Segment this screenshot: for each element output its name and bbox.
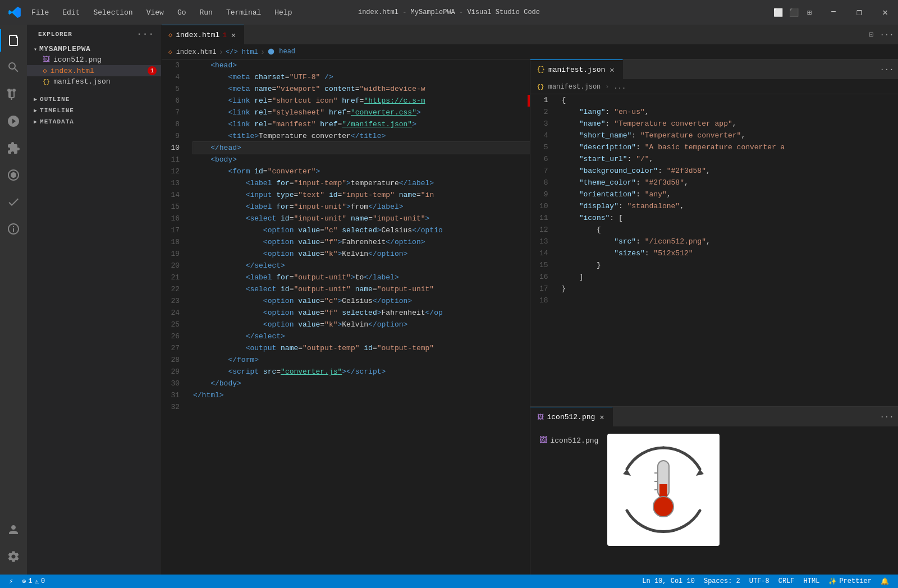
jcode-8: "theme_color": "#2f3d58", xyxy=(562,177,899,189)
sidebar-file-icon512[interactable]: 🖼 icon512.png xyxy=(27,54,161,65)
encoding-text: UTF-8 xyxy=(749,577,769,585)
code-ln-28: </form> xyxy=(193,354,530,366)
restore-button[interactable]: ❒ xyxy=(846,0,872,25)
activity-extensions2[interactable] xyxy=(0,215,27,242)
status-encoding[interactable]: UTF-8 xyxy=(745,575,774,588)
ln-19: 19 xyxy=(162,248,184,260)
tab-indexhtml[interactable]: ◇ index.html 1 ✕ xyxy=(162,25,244,44)
status-errors[interactable]: ⊗ 1 ⚠ 0 xyxy=(17,575,49,588)
code-ln-23: <option value="c">Celsius</option> xyxy=(193,295,530,307)
status-line-col[interactable]: Ln 10, Col 10 xyxy=(638,575,699,588)
right-tabs: {} manifest.json ✕ ··· xyxy=(530,59,899,80)
rb-json-icon: {} xyxy=(537,84,544,90)
activity-settings[interactable] xyxy=(0,543,27,570)
code-ln-16: <select id="input-unit" name="input-unit… xyxy=(193,213,530,224)
file-tree: ▾ MYSAMPLEPWA 🖼 icon512.png ◇ index.html… xyxy=(27,44,161,87)
code-ln-25: <option value="k">Kelvin</option> xyxy=(193,319,530,330)
activity-source-control[interactable] xyxy=(0,81,27,108)
breadcrumb-head[interactable]: head xyxy=(267,48,295,56)
jln-12: 12 xyxy=(530,224,553,236)
menu-bar: File Edit Selection View Go Run Terminal… xyxy=(25,0,299,25)
status-remote[interactable]: ⚡ xyxy=(4,575,17,588)
menu-file[interactable]: File xyxy=(25,0,56,25)
icon512-tab-label: icon512.png xyxy=(547,413,595,421)
sidebar-more-icon[interactable]: ··· xyxy=(136,29,154,39)
tab-icon512[interactable]: 🖼 icon512.png ✕ xyxy=(530,407,613,426)
breadcrumb-html[interactable]: </> html xyxy=(226,48,258,56)
editor-panels: 3 4 5 6 7 8 9 10 11 12 13 14 15 16 xyxy=(162,59,898,575)
menu-selection[interactable]: Selection xyxy=(86,0,139,25)
json-code-content[interactable]: { "lang": "en-us", "name": "Temperature … xyxy=(557,94,899,406)
ln-15: 15 xyxy=(162,201,184,213)
tab-close-indexhtml[interactable]: ✕ xyxy=(230,30,237,40)
activity-accounts[interactable] xyxy=(0,516,27,543)
layout-sidebar-icon[interactable]: ⬜ xyxy=(771,6,785,19)
folder-name: MYSAMPLEPWA xyxy=(39,45,90,53)
breadcrumb-sep2: › xyxy=(260,48,265,57)
tab-actions: ⊡ ··· xyxy=(860,25,898,44)
ln-24: 24 xyxy=(162,307,184,319)
status-spaces[interactable]: Spaces: 2 xyxy=(699,575,745,588)
vscode-logo-icon xyxy=(4,0,25,25)
menu-edit[interactable]: Edit xyxy=(56,0,86,25)
tab-close-icon512[interactable]: ✕ xyxy=(598,412,605,422)
activity-testing[interactable] xyxy=(0,189,27,215)
code-editor-indexhtml[interactable]: 3 4 5 6 7 8 9 10 11 12 13 14 15 16 xyxy=(162,59,530,575)
code-ln-11: <body> xyxy=(193,154,530,166)
jln-1: 1 xyxy=(530,94,553,106)
ln-10: 10 xyxy=(162,142,184,154)
close-button[interactable]: ✕ xyxy=(872,0,898,25)
right-more-button[interactable]: ··· xyxy=(880,63,894,76)
tab-indexhtml-label: index.html xyxy=(176,31,219,39)
minimize-button[interactable]: − xyxy=(821,0,846,25)
activity-remote[interactable] xyxy=(0,162,27,189)
tab-more-button[interactable]: ··· xyxy=(880,28,894,42)
layout-grid-icon[interactable]: ⊞ xyxy=(803,6,816,19)
code-ln-5: <meta name="viewport" content="width=dev… xyxy=(193,83,530,95)
status-language[interactable]: HTML xyxy=(799,575,824,588)
right-breadcrumb: {} manifest.json › ... xyxy=(530,80,899,94)
right-tab-actions: ··· xyxy=(876,59,898,79)
ln-13: 13 xyxy=(162,177,184,189)
jln-4: 4 xyxy=(530,130,553,141)
jln-14: 14 xyxy=(530,247,553,259)
sidebar-filename-indexhtml: index.html xyxy=(51,67,94,75)
code-ln-12: <form id="converter"> xyxy=(193,166,530,177)
sidebar-file-indexhtml[interactable]: ◇ index.html 1 xyxy=(27,65,161,76)
menu-run[interactable]: Run xyxy=(193,0,219,25)
status-notifications[interactable]: 🔔 xyxy=(876,575,894,588)
manifest-tab-icon: {} xyxy=(537,66,545,74)
code-content-indexhtml[interactable]: <head> <meta charset="UTF-8" /> <meta na… xyxy=(189,59,530,575)
sidebar-file-manifestjson[interactable]: {} manifest.json xyxy=(27,76,161,87)
sidebar-outline-header[interactable]: ▶ OUTLINE xyxy=(27,94,161,105)
menu-terminal[interactable]: Terminal xyxy=(219,0,268,25)
activity-explorer[interactable] xyxy=(0,27,27,54)
tab-close-manifest[interactable]: ✕ xyxy=(608,65,615,75)
svg-point-5 xyxy=(653,497,674,517)
sidebar-metadata-header[interactable]: ▶ METADATA xyxy=(27,116,161,127)
remote-icon: ⚡ xyxy=(9,577,13,586)
menu-help[interactable]: Help xyxy=(268,0,299,25)
status-prettier[interactable]: ✨ Prettier xyxy=(824,575,876,588)
menu-view[interactable]: View xyxy=(140,0,171,25)
icon-info: 🖼 icon512.png xyxy=(539,434,599,445)
code-ln-6: <link rel="shortcut icon" href="https://… xyxy=(193,95,530,107)
jcode-6: "start_url": "/", xyxy=(562,153,899,165)
activity-bar xyxy=(0,25,27,575)
bottom-more-button[interactable]: ··· xyxy=(880,410,894,424)
sidebar-folder-mysamplepwa[interactable]: ▾ MYSAMPLEPWA xyxy=(27,44,161,54)
activity-search[interactable] xyxy=(0,54,27,81)
sidebar-timeline-header[interactable]: ▶ TIMELINE xyxy=(27,105,161,116)
code-editor-manifest[interactable]: 1 2 3 4 5 6 7 8 9 10 11 xyxy=(530,94,899,406)
breadcrumb-file[interactable]: index.html xyxy=(176,48,217,56)
layout-split-icon[interactable]: ⬛ xyxy=(787,6,800,19)
activity-run-debug[interactable] xyxy=(0,108,27,135)
menu-go[interactable]: Go xyxy=(171,0,193,25)
activity-bottom xyxy=(0,516,27,570)
code-ln-19: <option value="k">Kelvin</option> xyxy=(193,248,530,260)
activity-extensions[interactable] xyxy=(0,135,27,162)
status-line-ending[interactable]: CRLF xyxy=(774,575,799,588)
title-bar-left: File Edit Selection View Go Run Terminal… xyxy=(0,0,299,25)
tab-manifest[interactable]: {} manifest.json ✕ xyxy=(530,59,623,79)
split-editor-button[interactable]: ⊡ xyxy=(864,28,878,42)
